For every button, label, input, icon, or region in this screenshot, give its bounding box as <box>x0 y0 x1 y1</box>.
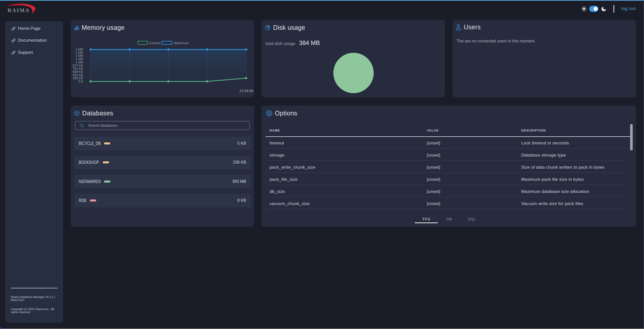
svg-text:Current: Current <box>149 41 160 45</box>
svg-text:Maximum: Maximum <box>174 41 189 45</box>
svg-text:0 B: 0 B <box>78 80 83 83</box>
svg-text:RAIMA: RAIMA <box>8 7 30 13</box>
